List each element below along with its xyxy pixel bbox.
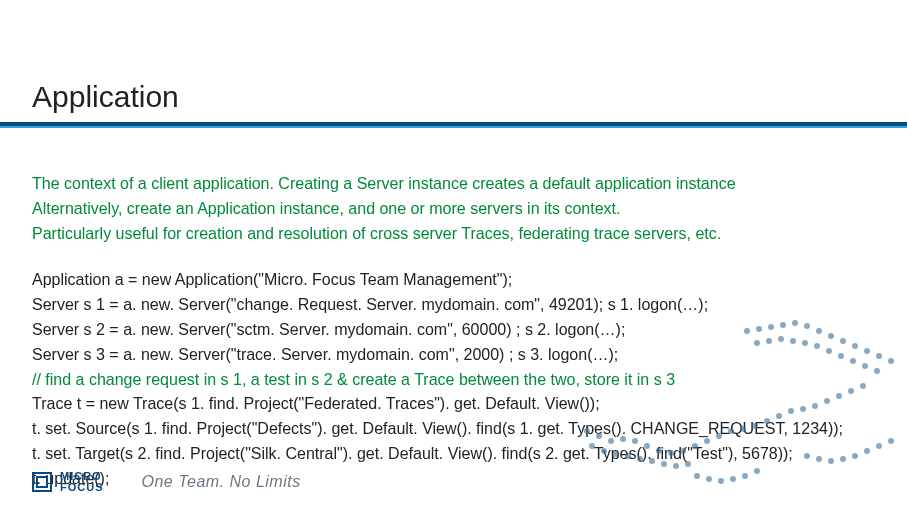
footer: MICRO FOCUS One Team. No Limits: [32, 471, 301, 493]
svg-point-69: [876, 443, 882, 449]
code-line-6: Trace t = new Trace(s 1. find. Project("…: [32, 392, 875, 417]
desc-line-1: The context of a client application. Cre…: [32, 172, 875, 197]
body: The context of a client application. Cre…: [32, 172, 875, 492]
slide: Application The context of a client appl…: [0, 0, 907, 511]
svg-rect-71: [33, 473, 51, 491]
page-title: Application: [32, 80, 875, 114]
code-line-7: t. set. Source(s 1. find. Project("Defec…: [32, 417, 875, 442]
desc-line-3: Particularly useful for creation and res…: [32, 222, 875, 247]
code-line-4: Server s 3 = a. new. Server("trace. Serv…: [32, 343, 875, 368]
micro-focus-logo: MICRO FOCUS: [32, 471, 104, 493]
title-rule-light: [0, 126, 907, 128]
code-line-3: Server s 2 = a. new. Server("sctm. Serve…: [32, 318, 875, 343]
svg-rect-72: [37, 477, 47, 487]
logo-text-bottom: FOCUS: [60, 482, 104, 493]
svg-point-44: [876, 353, 882, 359]
code-line-2: Server s 1 = a. new. Server("change. Req…: [32, 293, 875, 318]
desc-line-2: Alternatively, create an Application ins…: [32, 197, 875, 222]
svg-point-70: [888, 438, 894, 444]
code-line-1: Application a = new Application("Micro. …: [32, 268, 875, 293]
svg-point-45: [888, 358, 894, 364]
code-line-5-comment: // find a change request in s 1, a test …: [32, 368, 875, 393]
tagline: One Team. No Limits: [142, 473, 301, 491]
code-line-8: t. set. Target(s 2. find. Project("Silk.…: [32, 442, 875, 467]
logo-mark-icon: [32, 472, 52, 492]
code-block: Application a = new Application("Micro. …: [32, 268, 875, 491]
